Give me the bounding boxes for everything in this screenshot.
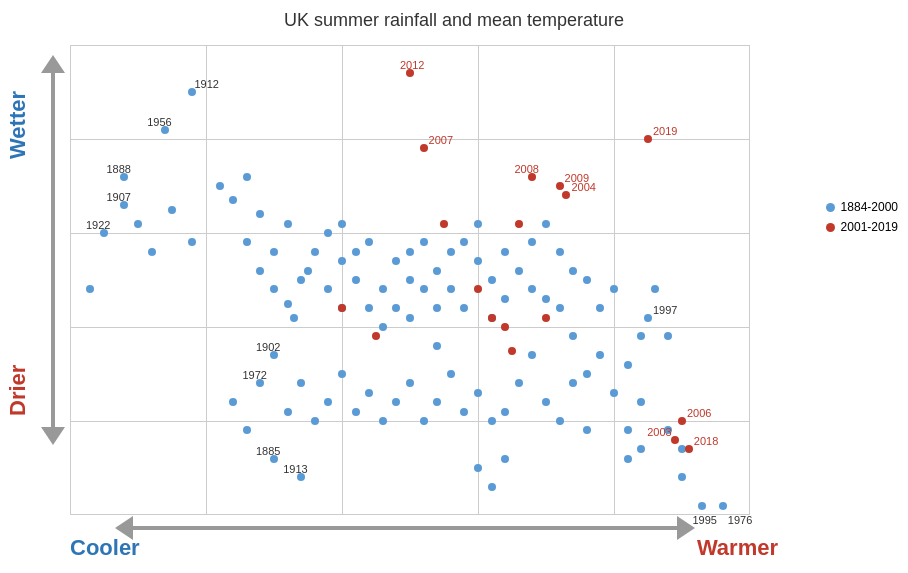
data-point-blue: [379, 323, 387, 331]
data-point-blue: [243, 238, 251, 246]
data-point-blue: [542, 398, 550, 406]
data-point-blue: [569, 267, 577, 275]
data-point-blue: [542, 220, 550, 228]
data-point-red: [644, 135, 652, 143]
data-point-blue: [284, 220, 292, 228]
data-point-blue: [515, 379, 523, 387]
data-point-blue: [406, 379, 414, 387]
data-point-blue: [324, 398, 332, 406]
data-point-blue: [488, 276, 496, 284]
data-point-label: 1913: [283, 463, 307, 475]
chart-title: UK summer rainfall and mean temperature: [0, 0, 908, 31]
data-point-blue: [556, 417, 564, 425]
data-point-blue: [352, 248, 360, 256]
data-point-blue: [488, 483, 496, 491]
data-point-red: [556, 182, 564, 190]
grid-line-v: [478, 45, 479, 515]
data-point-label-red: 2007: [429, 134, 453, 146]
data-point-blue: [324, 229, 332, 237]
data-point-blue: [515, 267, 523, 275]
data-point-blue: [304, 267, 312, 275]
data-point-blue: [256, 210, 264, 218]
data-point-blue: [474, 257, 482, 265]
data-point-blue: [243, 173, 251, 181]
data-point-blue: [256, 267, 264, 275]
data-point-blue: [637, 445, 645, 453]
data-point-blue: [433, 342, 441, 350]
data-point-red: [508, 347, 516, 355]
data-point-blue: [420, 285, 428, 293]
data-point-blue: [338, 220, 346, 228]
data-point-red: [685, 445, 693, 453]
data-point-label-red: 2018: [694, 435, 718, 447]
plot-area: 1912195618881907192219021972188519131997…: [70, 45, 750, 515]
grid-line-v: [614, 45, 615, 515]
data-point-blue: [698, 502, 706, 510]
legend-label-red: 2001-2019: [841, 220, 898, 234]
horizontal-arrow: [115, 513, 695, 543]
data-point-label: 1956: [147, 116, 171, 128]
data-point-blue: [324, 285, 332, 293]
legend-item-blue: 1884-2000: [826, 200, 898, 214]
data-point-label: 1902: [256, 341, 280, 353]
data-point-blue: [583, 426, 591, 434]
data-point-label-red: 2003: [647, 426, 671, 438]
data-point-blue: [583, 276, 591, 284]
data-point-blue: [644, 314, 652, 322]
data-point-blue: [270, 285, 278, 293]
data-point-blue: [86, 285, 94, 293]
data-point-blue: [447, 370, 455, 378]
data-point-blue: [460, 238, 468, 246]
arrow-shaft-horizontal: [133, 526, 677, 530]
arrow-shaft-vertical: [51, 73, 55, 427]
data-point-blue: [651, 285, 659, 293]
data-point-blue: [433, 304, 441, 312]
data-point-blue: [583, 370, 591, 378]
data-point-blue: [168, 206, 176, 214]
data-point-blue: [311, 248, 319, 256]
data-point-blue: [297, 379, 305, 387]
grid-line-v: [206, 45, 207, 515]
data-point-blue: [474, 464, 482, 472]
data-point-blue: [569, 379, 577, 387]
data-point-blue: [474, 220, 482, 228]
data-point-label: 1972: [242, 369, 266, 381]
data-point-blue: [447, 285, 455, 293]
data-point-blue: [406, 276, 414, 284]
chart-container: UK summer rainfall and mean temperature …: [0, 0, 908, 573]
data-point-blue: [392, 398, 400, 406]
data-point-red: [488, 314, 496, 322]
data-point-blue: [501, 248, 509, 256]
data-point-blue: [420, 417, 428, 425]
data-point-red: [338, 304, 346, 312]
data-point-label: 1888: [106, 163, 130, 175]
data-point-blue: [365, 389, 373, 397]
data-point-blue: [188, 238, 196, 246]
data-point-blue: [338, 370, 346, 378]
data-point-blue: [501, 295, 509, 303]
data-point-blue: [447, 248, 455, 256]
data-point-blue: [596, 351, 604, 359]
data-point-label: 1912: [194, 78, 218, 90]
data-point-label: 1922: [86, 219, 110, 231]
data-point-blue: [406, 248, 414, 256]
data-point-blue: [379, 285, 387, 293]
data-point-blue: [556, 248, 564, 256]
cooler-label: Cooler: [70, 535, 140, 561]
arrow-head-up: [41, 55, 65, 73]
data-point-label-red: 2006: [687, 407, 711, 419]
legend-dot-blue: [826, 203, 835, 212]
data-point-label: 1997: [653, 304, 677, 316]
legend-label-blue: 1884-2000: [841, 200, 898, 214]
data-point-red: [501, 323, 509, 331]
data-point-blue: [290, 314, 298, 322]
data-point-blue: [719, 502, 727, 510]
data-point-blue: [528, 351, 536, 359]
data-point-blue: [148, 248, 156, 256]
data-point-blue: [406, 314, 414, 322]
data-point-blue: [624, 455, 632, 463]
data-point-blue: [610, 389, 618, 397]
data-point-blue: [678, 473, 686, 481]
data-point-red: [671, 436, 679, 444]
wetter-label: Wetter: [5, 45, 31, 205]
